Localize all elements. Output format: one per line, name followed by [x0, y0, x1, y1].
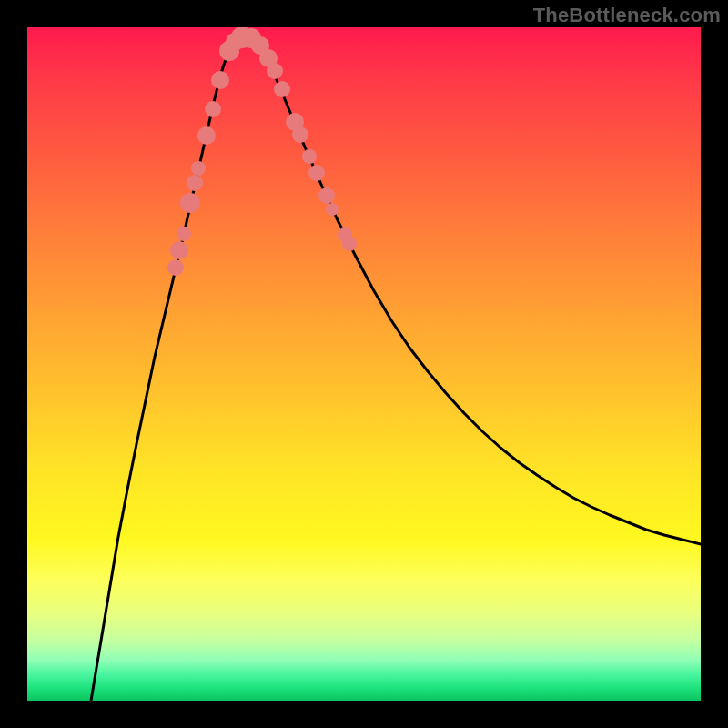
- chart-curve: [27, 27, 701, 701]
- chart-dot: [292, 126, 308, 143]
- chart-dot: [259, 49, 278, 67]
- chart-dot: [326, 203, 339, 216]
- chart-dot: [286, 113, 304, 131]
- chart-dot: [308, 165, 325, 181]
- chart-dot: [251, 36, 269, 55]
- chart-dot: [177, 227, 191, 241]
- chart-dot: [205, 101, 221, 117]
- chart-dot: [191, 161, 206, 176]
- chart-dot: [302, 149, 317, 164]
- chart-dot: [219, 41, 239, 61]
- chart-dot: [267, 63, 283, 79]
- chart-dot: [338, 228, 352, 242]
- chart-dot: [342, 237, 357, 251]
- chart-dot: [318, 187, 335, 204]
- chart-dot: [197, 126, 216, 145]
- chart-dot: [187, 175, 203, 191]
- chart-dot: [170, 241, 188, 259]
- chart-dot: [180, 193, 200, 213]
- chart-dot: [167, 259, 184, 276]
- chart-frame: TheBottleneck.com: [0, 0, 728, 728]
- chart-dot: [241, 28, 261, 48]
- watermark-label: TheBottleneck.com: [533, 4, 721, 27]
- chart-dot: [211, 71, 229, 89]
- chart-dot: [274, 81, 290, 97]
- chart-dot: [226, 33, 244, 51]
- chart-plot-area: [27, 27, 701, 701]
- chart-dot: [231, 27, 253, 48]
- chart-dots: [27, 27, 701, 701]
